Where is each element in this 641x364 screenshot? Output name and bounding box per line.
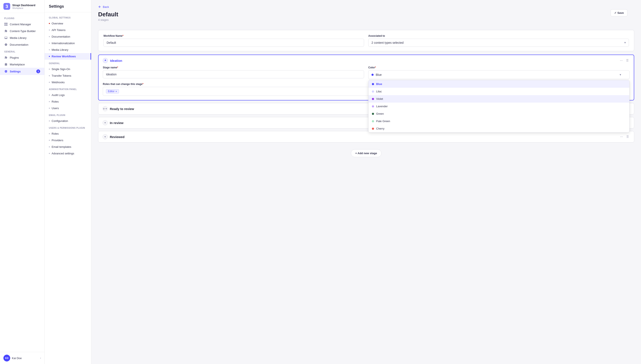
settings-item-label: Roles [52,132,58,135]
sidebar-item-content-type-builder[interactable]: Content-Type Builder [0,28,44,34]
stage-card-reviewed: ▼ Reviewed ··· ⠿ [98,131,634,142]
puzzle-icon [4,29,8,33]
color-dot-blue [372,74,374,76]
main-content: Back Default 4 stages ✓ Save Workflow Na… [91,0,641,364]
stage-drag-handle-ideation[interactable]: ⠿ [625,58,630,63]
back-label: Back [103,5,109,8]
plugins-section-label: PLUGINS [0,15,44,21]
add-new-stage-button[interactable]: + Add new stage [351,149,382,157]
settings-item-configuration[interactable]: Configuration [44,118,91,124]
settings-item-transfer-tokens[interactable]: Transfer Tokens [44,72,91,79]
settings-item-overview[interactable]: Overview [44,20,91,27]
stage-name-group: Stage name* [103,66,364,79]
bullet-icon [49,108,50,109]
sidebar: Strapi Dashboard Workplace PLUGINS Conte… [0,0,44,364]
stage-header-ideation[interactable]: Ideation ··· ⠿ [98,55,634,66]
stage-title-ideation: Ideation [110,59,617,62]
color-option-violet[interactable]: Violet [368,95,629,102]
settings-item-single-sign-on[interactable]: Single Sign-On [44,66,91,72]
sidebar-item-settings[interactable]: Settings 1 [0,68,44,75]
associated-label: Associated to [368,34,629,38]
info-icon [4,43,8,46]
color-dot [372,90,374,92]
bullet-icon [49,94,50,96]
color-option-cherry[interactable]: Cherry [368,125,629,132]
settings-item-webhooks[interactable]: Webhooks [44,79,91,86]
color-option-green[interactable]: Green [368,110,629,118]
collapse-sidebar-button[interactable]: ‹ [40,356,41,360]
settings-item-label: Internationalization [52,42,75,45]
color-option-blue[interactable]: Blue [368,80,629,88]
color-option-lilac[interactable]: Lilac [368,88,629,95]
settings-item-media-library[interactable]: Media Library [44,46,91,53]
stage-actions-reviewed: ··· ⠿ [619,134,630,139]
settings-item-email-templates[interactable]: Email templates [44,144,91,150]
sidebar-item-content-manager[interactable]: Content Manager [0,21,44,28]
stage-title-reviewed: Reviewed [110,135,617,139]
stage-toggle-in-review[interactable]: ▼ [102,120,108,125]
workflow-name-input[interactable] [104,39,364,47]
app-title: Strapi Dashboard [12,4,35,7]
settings-item-label: Audit Logs [52,94,64,97]
settings-item-providers[interactable]: Providers [44,137,91,144]
stage-toggle-reviewed[interactable]: ▼ [102,134,108,139]
settings-item-label: Users [52,106,59,110]
settings-item-api-tokens[interactable]: API Tokens [44,27,91,33]
stage-menu-button-ideation[interactable]: ··· [619,58,624,63]
page-title: Default [98,11,118,18]
workflow-name-group: Workflow Name* [104,34,364,47]
svg-rect-0 [4,23,6,24]
bullet-icon [49,101,50,102]
global-settings-label: GLOBAL SETTINGS [44,14,91,20]
back-link[interactable]: Back [98,5,634,8]
sidebar-item-plugins[interactable]: Plugins [0,54,44,61]
svg-rect-1 [6,23,8,24]
stage-toggle-ready-to-review[interactable]: ▼ [102,106,108,111]
sidebar-item-marketplace[interactable]: Marketplace [0,61,44,68]
workflow-form-card: Workflow Name* Associated to 2 content t… [98,30,634,51]
svg-rect-3 [6,24,8,26]
bullet-icon [49,56,50,57]
color-dropdown: Blue Lilac Violet [368,80,630,132]
general-label: GENERAL [44,60,91,66]
page-subtitle: 4 stages [98,18,118,22]
role-tag-close-icon[interactable]: ✕ [115,90,117,92]
app-logo [4,3,10,10]
settings-item-roles-up[interactable]: Roles [44,130,91,137]
settings-item-roles[interactable]: Roles [44,98,91,105]
settings-item-users[interactable]: Users [44,105,91,112]
settings-item-label: Single Sign-On [52,68,70,71]
stage-header-reviewed[interactable]: ▼ Reviewed ··· ⠿ [98,131,634,142]
stage-name-label: Stage name* [103,66,364,69]
bullet-icon [49,120,50,122]
associated-to-group: Associated to 2 content types selected ▼ [368,34,629,47]
color-select-display[interactable]: Blue ▼ [368,70,630,79]
stage-menu-button-reviewed[interactable]: ··· [619,134,624,139]
bullet-icon [49,153,50,154]
stage-name-input-ideation[interactable] [103,70,364,78]
bullet-icon [49,49,50,50]
settings-item-documentation[interactable]: Documentation [44,33,91,40]
sidebar-nav: PLUGINS Content Manager Content-Type Bui… [0,13,44,352]
sidebar-item-label: Documentation [10,43,28,46]
settings-badge: 1 [36,70,40,73]
color-selected-label: Blue [376,73,382,76]
color-select-wrapper: Blue ▼ Blue Lilac [368,70,630,79]
settings-item-audit-logs[interactable]: Audit Logs [44,92,91,98]
stage-card-ideation: Ideation ··· ⠿ Stage name* Color* [98,54,634,100]
sidebar-item-media-library[interactable]: Media Library [0,34,44,41]
stage-toggle-ideation[interactable] [103,58,108,63]
sidebar-item-documentation[interactable]: Documentation [0,41,44,48]
bullet-icon [49,82,50,83]
save-button[interactable]: ✓ Save [611,9,628,16]
stage-drag-handle-reviewed[interactable]: ⠿ [626,134,630,139]
settings-item-review-workflows[interactable]: Review Workflows [44,53,91,60]
email-plugin-label: EMAIL PLUGIN [44,112,91,118]
settings-item-internationalization[interactable]: Internationalization [44,40,91,46]
sidebar-item-label: Marketplace [10,63,25,66]
color-option-lavender[interactable]: Lavender [368,102,629,110]
settings-item-advanced-settings[interactable]: Advanced settings [44,150,91,157]
associated-select[interactable]: 2 content types selected [368,39,629,47]
color-option-pale-green[interactable]: Pale Green [368,118,629,125]
user-name: Kai Doe [12,356,38,360]
